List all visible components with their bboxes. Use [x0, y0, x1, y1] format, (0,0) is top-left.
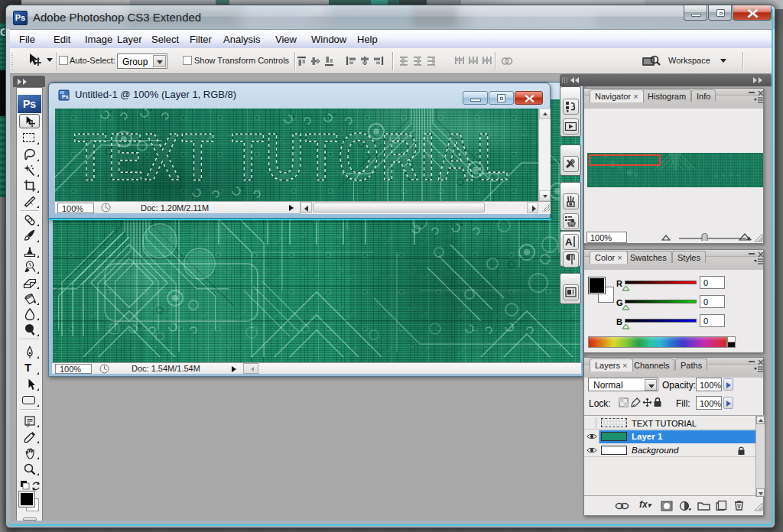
svg-text:TEXT TUTORIAL: TEXT TUTORIAL	[74, 119, 511, 194]
svg-text:A: A	[565, 236, 573, 248]
svg-text:Ps: Ps	[62, 94, 69, 99]
